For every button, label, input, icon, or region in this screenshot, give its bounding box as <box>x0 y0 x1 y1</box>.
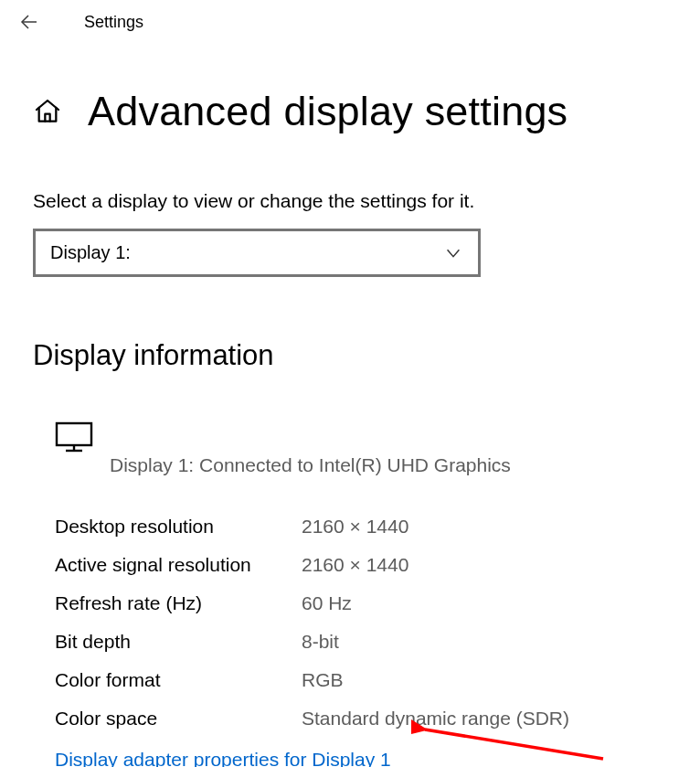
info-label: Active signal resolution <box>55 554 302 576</box>
info-row: Refresh rate (Hz) 60 Hz <box>55 584 667 623</box>
display-connected-text: Display 1: Connected to Intel(R) UHD Gra… <box>55 454 667 476</box>
content-area: Advanced display settings Select a displ… <box>0 38 700 767</box>
display-info-grid: Desktop resolution 2160 × 1440 Active si… <box>33 507 667 738</box>
dropdown-selected-value: Display 1: <box>50 242 131 263</box>
top-bar: Settings <box>0 0 700 38</box>
info-label: Color space <box>55 708 302 730</box>
info-label: Desktop resolution <box>55 516 302 538</box>
chevron-down-icon <box>443 243 463 263</box>
monitor-block: Display 1: Connected to Intel(R) UHD Gra… <box>33 421 667 476</box>
info-value: RGB <box>302 669 344 691</box>
app-label: Settings <box>84 13 143 32</box>
info-value: Standard dynamic range (SDR) <box>302 708 569 730</box>
info-row: Active signal resolution 2160 × 1440 <box>55 546 667 584</box>
selector-instruction: Select a display to view or change the s… <box>33 190 667 212</box>
header-row: Advanced display settings <box>33 88 667 135</box>
display-selector-dropdown[interactable]: Display 1: <box>33 229 481 277</box>
svg-rect-1 <box>57 423 91 445</box>
display-adapter-properties-link[interactable]: Display adapter properties for Display 1 <box>55 749 391 767</box>
info-value: 60 Hz <box>302 592 352 614</box>
info-label: Color format <box>55 669 302 691</box>
info-row: Color format RGB <box>55 661 667 699</box>
info-label: Refresh rate (Hz) <box>55 592 302 614</box>
back-arrow-icon[interactable] <box>18 11 40 33</box>
info-row: Color space Standard dynamic range (SDR) <box>55 699 667 738</box>
info-label: Bit depth <box>55 631 302 653</box>
page-title: Advanced display settings <box>88 88 567 135</box>
display-info-heading: Display information <box>33 339 667 372</box>
monitor-icon <box>55 421 667 453</box>
home-icon[interactable] <box>33 97 62 126</box>
info-value: 8-bit <box>302 631 339 653</box>
info-row: Desktop resolution 2160 × 1440 <box>55 507 667 546</box>
info-row: Bit depth 8-bit <box>55 623 667 661</box>
info-value: 2160 × 1440 <box>302 516 408 538</box>
info-value: 2160 × 1440 <box>302 554 408 576</box>
